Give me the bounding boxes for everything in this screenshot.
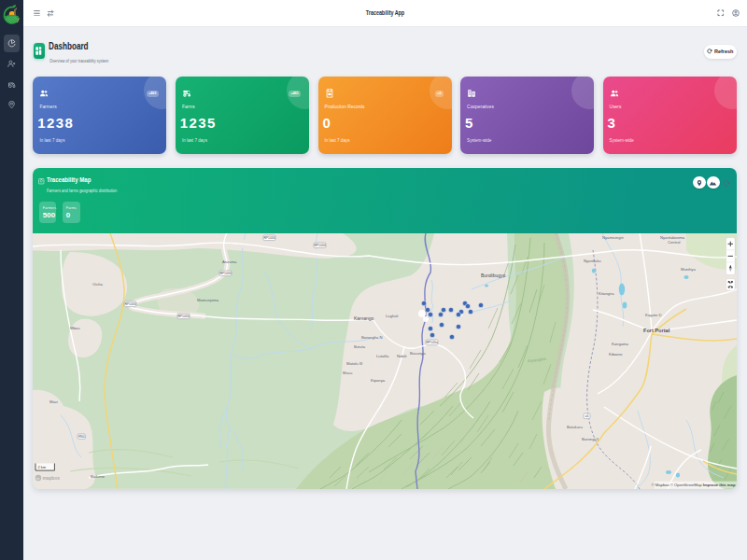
svg-text:Nyamisingiri: Nyamisingiri (602, 235, 624, 240)
svg-text:RP1034: RP1034 (125, 302, 136, 306)
svg-text:Munihya: Munihya (681, 267, 696, 272)
svg-text:Boikene: Boikene (91, 474, 106, 479)
svg-text:Bututa: Bututa (354, 344, 366, 349)
svg-text:Anzuma: Anzuma (222, 259, 237, 264)
svg-text:Lutalila: Lutalila (376, 354, 389, 358)
svg-text:2 km: 2 km (38, 465, 47, 469)
svg-text:Kagote D: Kagote D (645, 313, 661, 317)
svg-text:Burongi II: Burongi II (582, 437, 599, 441)
svg-text:Bundibugyo: Bundibugyo (481, 273, 506, 278)
svg-text:Kipanya: Kipanya (371, 378, 386, 383)
svg-text:Nyankuku: Nyankuku (584, 259, 601, 263)
svg-text:Oicha: Oicha (92, 282, 104, 287)
svg-text:Busunga: Busunga (410, 351, 426, 356)
svg-text:Kamango: Kamango (354, 315, 374, 321)
svg-text:Mbau: Mbau (70, 326, 80, 330)
svg-text:a6: a6 (585, 414, 589, 418)
svg-text:Matolu III: Matolu III (346, 361, 362, 366)
svg-text:Mavi: Mavi (49, 399, 58, 404)
svg-text:Central: Central (668, 240, 681, 245)
svg-text:Lughali: Lughali (386, 314, 399, 318)
svg-text:Kitangira: Kitangira (599, 291, 614, 296)
svg-text:© Mapbox © OpenStreetMap Impro: © Mapbox © OpenStreetMap Improve this ma… (652, 483, 736, 487)
svg-text:Fort Portal: Fort Portal (643, 328, 670, 333)
svg-text:RP1034: RP1034 (264, 236, 275, 240)
svg-text:Bwiangha N: Bwiangha N (361, 335, 383, 340)
svg-text:Musu: Musu (343, 371, 353, 375)
svg-text:RP1034: RP1034 (220, 272, 232, 275)
svg-text:RP1034: RP1034 (178, 315, 190, 318)
svg-text:Nobili: Nobili (397, 354, 407, 358)
svg-text:Kibooro: Kibooro (609, 352, 623, 357)
svg-text:RN4: RN4 (78, 435, 85, 439)
svg-text:Kangama: Kangama (612, 342, 629, 346)
svg-text:Mamunjoma: Mamunjoma (197, 298, 219, 302)
svg-text:mapbox: mapbox (43, 476, 61, 481)
svg-text:m: m (36, 477, 39, 481)
svg-text:RP1034: RP1034 (315, 244, 326, 247)
svg-text:RP103a: RP103a (427, 341, 438, 344)
svg-text:Butukuru: Butukuru (567, 425, 583, 429)
